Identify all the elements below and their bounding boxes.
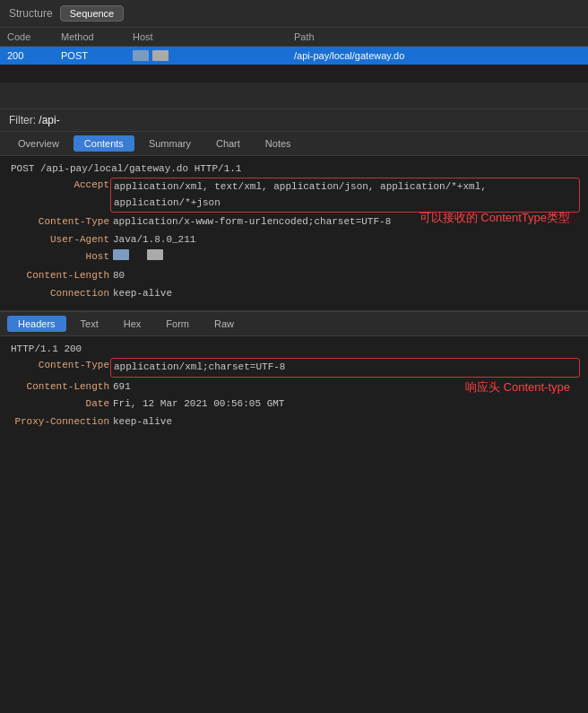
col-path: Path	[294, 31, 581, 42]
top-tab-bar: Overview Contents Summary Chart Notes	[0, 132, 588, 156]
connection-req-value: keep-alive	[113, 286, 577, 302]
row-method: POST	[61, 50, 133, 61]
host-color-1	[133, 50, 149, 61]
proxy-connection-value: keep-alive	[113, 414, 577, 430]
col-host: Host	[133, 31, 294, 42]
proxy-connection-row: Proxy-Connection keep-alive	[11, 414, 577, 430]
tab-summary[interactable]: Summary	[138, 135, 202, 152]
spacer-1	[0, 65, 588, 83]
host-color-2	[152, 50, 169, 61]
tab-hex[interactable]: Hex	[113, 316, 152, 332]
tab-notes[interactable]: Notes	[255, 135, 302, 152]
row-code: 200	[7, 50, 61, 61]
date-resp-name: Date	[11, 396, 109, 413]
content-type-resp-name: Content-Type	[11, 358, 109, 378]
tab-contents[interactable]: Contents	[74, 135, 134, 152]
tab-overview[interactable]: Overview	[7, 135, 70, 152]
structure-label: Structure	[9, 7, 53, 20]
filter-value: /api-	[39, 114, 59, 126]
accept-header-row: Accept application/xml, text/xml, applic…	[11, 178, 577, 213]
tab-text[interactable]: Text	[70, 316, 109, 332]
host-box-1	[113, 249, 129, 260]
user-agent-row: User-Agent Java/1.8.0_211	[11, 232, 577, 248]
user-agent-name: User-Agent	[11, 232, 109, 248]
content-length-resp-name: Content-Length	[11, 379, 109, 396]
bottom-tab-bar: Headers Text Hex Form Raw	[0, 311, 588, 336]
spacer-dark	[0, 83, 588, 109]
date-resp-value: Fri, 12 Mar 2021 00:56:05 GMT	[113, 396, 577, 413]
request-line: POST /api-pay/local/gateway.do HTTP/1.1	[11, 163, 577, 174]
tab-headers[interactable]: Headers	[7, 316, 66, 332]
response-area: HTTP/1.1 200 Content-Type application/xm…	[0, 336, 588, 444]
date-resp-row: Date Fri, 12 Mar 2021 00:56:05 GMT	[11, 396, 577, 413]
row-path: /api-pay/local/gateway.do	[294, 50, 581, 61]
content-type-req-name: Content-Type	[11, 214, 109, 230]
tab-chart[interactable]: Chart	[205, 135, 251, 152]
content-length-req-name: Content-Length	[11, 268, 109, 284]
toolbar: Structure Sequence	[0, 0, 588, 28]
filter-bar: Filter: /api-	[0, 109, 588, 132]
host-req-name: Host	[11, 249, 109, 266]
col-code: Code	[7, 31, 61, 42]
content-length-req-row: Content-Length 80	[11, 268, 577, 284]
response-annotation: 响应头 Content-type	[465, 379, 570, 396]
host-box-2	[147, 249, 163, 260]
response-status-line: HTTP/1.1 200	[11, 343, 577, 354]
connection-req-name: Connection	[11, 286, 109, 302]
connection-req-row: Connection keep-alive	[11, 286, 577, 302]
table-row[interactable]: 200 POST /api-pay/local/gateway.do	[0, 47, 588, 65]
content-type-resp-row: Content-Type application/xml;charset=UTF…	[11, 358, 577, 378]
accept-header-value: application/xml, text/xml, application/j…	[110, 178, 580, 213]
accept-header-name: Accept	[11, 178, 109, 213]
tab-raw[interactable]: Raw	[203, 316, 245, 332]
host-req-row: Host	[11, 249, 577, 266]
content-type-resp-value: application/xml;charset=UTF-8	[110, 358, 580, 378]
sequence-button[interactable]: Sequence	[60, 5, 125, 22]
user-agent-value: Java/1.8.0_211	[113, 232, 577, 248]
proxy-connection-name: Proxy-Connection	[11, 414, 109, 430]
col-method: Method	[61, 31, 133, 42]
request-annotation: 可以接收的 ContentType类型	[419, 210, 570, 226]
table-header: Code Method Host Path	[0, 28, 588, 47]
tab-form[interactable]: Form	[155, 316, 200, 332]
request-area: POST /api-pay/local/gateway.do HTTP/1.1 …	[0, 156, 588, 311]
filter-label: Filter:	[9, 114, 36, 126]
row-host	[133, 50, 294, 61]
host-req-value	[113, 249, 577, 266]
content-length-req-value: 80	[113, 268, 577, 284]
